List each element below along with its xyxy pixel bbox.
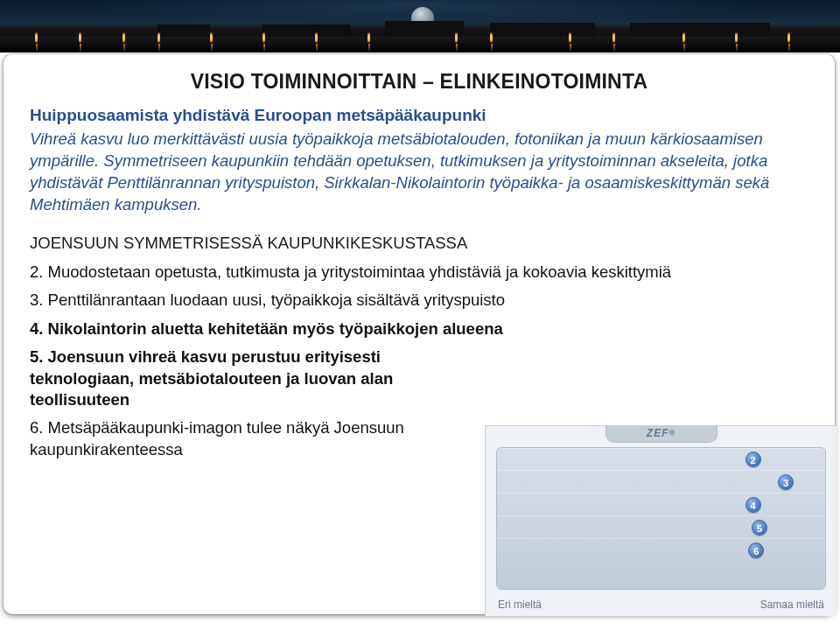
zef-row[interactable]: 6 — [497, 539, 825, 562]
zef-row[interactable]: 5 — [497, 516, 825, 539]
item-text: Nikolaintorin aluetta kehitetään myös ty… — [48, 319, 503, 338]
zef-row[interactable]: 4 — [497, 494, 825, 516]
item-number: 4. — [30, 319, 43, 338]
slide-card: VISIO TOIMINNOITTAIN – ELINKEINOTOIMINTA… — [4, 54, 835, 614]
item-number: 3. — [30, 290, 43, 309]
zef-node[interactable]: 3 — [778, 474, 794, 490]
item-text: Joensuun vihreä kasvu perustuu erityises… — [30, 347, 393, 409]
section-heading: JOENSUUN SYMMETRISESSÄ KAUPUNKIKESKUSTAS… — [30, 234, 808, 253]
zef-grid[interactable]: 2 3 4 5 6 — [496, 447, 826, 590]
zef-brand-tab: ZEF® — [606, 425, 718, 443]
zef-node[interactable]: 5 — [752, 520, 767, 536]
zef-row[interactable]: 2 — [497, 448, 825, 471]
item-text: Penttilänrantaan luodaan uusi, työpaikko… — [48, 290, 505, 309]
zef-brand-label: ZEF — [647, 427, 669, 439]
banner-image — [0, 0, 840, 52]
zef-node[interactable]: 2 — [746, 452, 761, 467]
item-text: Muodostetaan opetusta, tutkimusta ja yri… — [48, 262, 672, 281]
list-item: 5. Joensuun vihreä kasvu perustuu erityi… — [30, 346, 485, 410]
item-number: 2. — [30, 262, 43, 281]
item-number: 6. — [30, 418, 43, 437]
list-item: 6. Metsäpääkaupunki-imagon tulee näkyä J… — [30, 417, 485, 460]
list-item: 3. Penttilänrantaan luodaan uusi, työpai… — [30, 290, 808, 311]
intro-paragraph: Vihreä kasvu luo merkittävästi uusia työ… — [30, 129, 808, 216]
zef-node[interactable]: 6 — [748, 542, 764, 558]
slide-title: VISIO TOIMINNOITTAIN – ELINKEINOTOIMINTA — [30, 70, 808, 94]
zef-row[interactable]: 3 — [497, 471, 825, 494]
item-text: Metsäpääkaupunki-imagon tulee näkyä Joen… — [30, 418, 404, 458]
slide-subtitle: Huippuosaamista yhdistävä Euroopan metsä… — [30, 106, 808, 125]
zef-widget: ZEF® 2 3 4 5 6 Eri mieltä Samaa mieltä — [485, 425, 836, 616]
list-item: 4. Nikolaintorin aluetta kehitetään myös… — [30, 318, 808, 340]
zef-node[interactable]: 4 — [746, 497, 761, 513]
zef-axis-left-label: Eri mieltä — [498, 598, 542, 611]
zef-axis-right-label: Samaa mieltä — [760, 598, 824, 611]
item-number: 5. — [30, 347, 43, 366]
list-item: 2. Muodostetaan opetusta, tutkimusta ja … — [30, 262, 808, 283]
zef-axis: Eri mieltä Samaa mieltä — [498, 598, 824, 611]
